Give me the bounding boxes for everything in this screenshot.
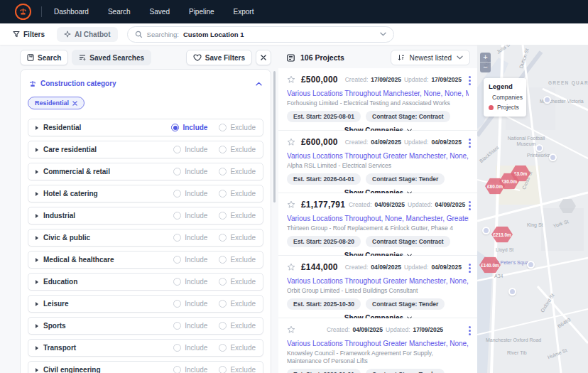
exclude-option[interactable]: Exclude — [219, 146, 256, 153]
exclude-option[interactable]: Exclude — [219, 278, 256, 286]
include-option[interactable]: Include — [173, 322, 207, 330]
expand-caret-icon[interactable] — [36, 302, 38, 306]
exclude-option[interactable]: Exclude — [219, 212, 256, 220]
expand-caret-icon[interactable] — [36, 280, 38, 284]
brand-logo[interactable] — [15, 4, 31, 20]
exclude-radio[interactable] — [219, 168, 227, 175]
search-tab-button[interactable]: Search — [20, 50, 68, 65]
card-menu-button[interactable] — [469, 139, 471, 148]
expand-caret-icon[interactable] — [36, 324, 38, 328]
include-label: Include — [185, 190, 207, 198]
expand-caret-icon[interactable] — [36, 148, 38, 152]
exclude-option[interactable]: Exclude — [219, 256, 256, 264]
exclude-option[interactable]: Exclude — [219, 168, 256, 175]
include-option[interactable]: Include — [173, 146, 207, 153]
project-title-link[interactable]: Various Locations Throughout Manchester,… — [287, 90, 469, 97]
expand-caret-icon[interactable] — [36, 258, 38, 262]
close-filters-button[interactable] — [256, 50, 271, 65]
filters-scrollbar[interactable] — [273, 71, 276, 202]
collapse-chevron-up-icon[interactable] — [256, 82, 262, 86]
exclude-option[interactable]: Exclude — [219, 190, 256, 198]
include-option[interactable]: Include — [171, 124, 207, 131]
saved-searches-button[interactable]: Saved Searches — [72, 50, 151, 65]
include-option[interactable]: Include — [173, 168, 207, 175]
card-menu-button[interactable] — [469, 201, 471, 210]
expand-caret-icon[interactable] — [36, 126, 38, 130]
nav-item[interactable]: Saved — [150, 8, 170, 16]
expand-caret-icon[interactable] — [36, 236, 38, 240]
search-chevron-down-icon[interactable] — [380, 32, 386, 36]
exclude-option[interactable]: Exclude — [219, 322, 256, 330]
search-input[interactable]: Searching: Custom Location 1 — [127, 26, 394, 43]
exclude-option[interactable]: Exclude — [219, 124, 256, 131]
expand-caret-icon[interactable] — [36, 170, 38, 174]
include-option[interactable]: Include — [173, 190, 207, 198]
exclude-radio[interactable] — [219, 234, 227, 242]
include-radio[interactable] — [173, 256, 181, 264]
star-icon[interactable] — [287, 75, 295, 84]
project-title-link[interactable]: Various Locations Throughout Greater Man… — [287, 277, 469, 285]
expand-caret-icon[interactable] — [36, 214, 38, 218]
card-menu-button[interactable] — [469, 326, 471, 335]
exclude-option[interactable]: Exclude — [219, 234, 256, 242]
panel-header[interactable]: Construction category — [28, 80, 263, 87]
nav-item[interactable]: Pipeline — [189, 8, 214, 16]
exclude-option[interactable]: Exclude — [219, 344, 256, 352]
project-title-link[interactable]: Various Locations Throughout Greater Man… — [287, 340, 469, 347]
nav-item[interactable]: Dashboard — [54, 8, 89, 16]
zoom-in-button[interactable]: + — [480, 53, 491, 63]
include-radio[interactable] — [173, 190, 181, 198]
nav-item[interactable]: Export — [234, 8, 254, 16]
star-icon[interactable] — [287, 200, 295, 209]
exclude-radio[interactable] — [219, 146, 227, 153]
expand-caret-icon[interactable] — [36, 346, 38, 350]
residential-filter-chip[interactable]: Residential — [28, 97, 85, 109]
include-option[interactable]: Include — [173, 366, 207, 373]
zoom-out-button[interactable]: − — [480, 63, 491, 72]
include-radio[interactable] — [173, 366, 181, 373]
chip-remove-icon[interactable] — [72, 101, 77, 106]
exclude-radio[interactable] — [219, 124, 227, 131]
exclude-option[interactable]: Exclude — [219, 366, 256, 373]
include-radio[interactable] — [173, 344, 181, 352]
project-title-link[interactable]: Various Locations Throughout, None, Manc… — [287, 215, 469, 222]
include-radio[interactable] — [173, 168, 181, 175]
exclude-radio[interactable] — [219, 300, 227, 308]
include-radio[interactable] — [173, 278, 181, 286]
include-option[interactable]: Include — [173, 212, 207, 220]
exclude-radio[interactable] — [219, 366, 227, 373]
save-filters-button[interactable]: Save Filters — [186, 50, 252, 65]
expand-caret-icon[interactable] — [36, 368, 38, 372]
exclude-radio[interactable] — [219, 344, 227, 352]
filters-tab[interactable]: Filters — [13, 31, 45, 38]
exclude-radio[interactable] — [219, 190, 227, 198]
map[interactable]: Julia St A56 Dutton St GREEN QUARTER Man… — [477, 45, 588, 373]
include-option[interactable]: Include — [173, 234, 207, 242]
include-option[interactable]: Include — [173, 344, 207, 352]
include-option[interactable]: Include — [173, 300, 207, 308]
sort-dropdown[interactable]: Newest listed — [391, 50, 470, 65]
include-radio[interactable] — [173, 212, 181, 220]
nav-item[interactable]: Search — [108, 8, 131, 16]
card-menu-button[interactable] — [469, 264, 471, 273]
include-radio[interactable] — [173, 234, 181, 242]
exclude-label: Exclude — [230, 278, 256, 286]
exclude-radio[interactable] — [219, 322, 227, 330]
star-icon[interactable] — [287, 325, 295, 334]
exclude-radio[interactable] — [219, 212, 227, 220]
card-menu-button[interactable] — [469, 76, 471, 85]
include-option[interactable]: Include — [173, 256, 207, 264]
exclude-radio[interactable] — [219, 278, 227, 286]
project-title-link[interactable]: Various Locations Throughout Greater Man… — [287, 152, 469, 160]
expand-caret-icon[interactable] — [36, 192, 38, 196]
include-radio[interactable] — [173, 322, 181, 330]
include-radio[interactable] — [173, 146, 181, 153]
exclude-option[interactable]: Exclude — [219, 300, 256, 308]
include-radio[interactable] — [173, 300, 181, 308]
exclude-radio[interactable] — [219, 256, 227, 264]
star-icon[interactable] — [287, 138, 295, 146]
ai-chatbot-button[interactable]: AI Chatbot — [57, 27, 118, 42]
star-icon[interactable] — [287, 263, 295, 271]
include-option[interactable]: Include — [173, 278, 207, 286]
include-radio[interactable] — [171, 124, 179, 131]
